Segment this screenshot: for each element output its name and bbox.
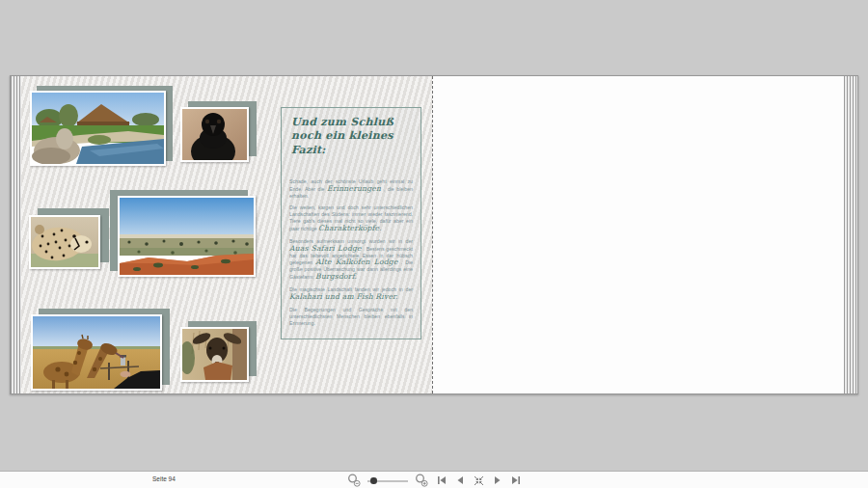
right-page[interactable]: [432, 76, 844, 393]
photo-frame[interactable]: [29, 215, 100, 269]
fit-to-window-button[interactable]: [472, 474, 486, 487]
photo-frame[interactable]: [118, 196, 256, 277]
paragraph: Schade, auch der schönste Urlaub geht ei…: [289, 178, 413, 200]
text-run-accent: Charakterköpfe.: [318, 224, 382, 232]
book-spread: Und zum Schluß noch ein kleines Fazit: S…: [10, 75, 858, 394]
previous-page-button[interactable]: [453, 474, 467, 486]
conclusion-text-box[interactable]: Und zum Schluß noch ein kleines Fazit: S…: [281, 107, 421, 339]
text-run: Die Begegnungen und Gespräche mit den un…: [289, 307, 413, 326]
lodge-garden-pond-image: [32, 93, 164, 164]
antelope-image: [182, 329, 247, 380]
last-page-button[interactable]: [509, 474, 523, 486]
next-page-button[interactable]: [491, 474, 504, 486]
first-page-button[interactable]: [435, 474, 448, 486]
zoom-in-button[interactable]: [413, 473, 430, 488]
giraffes-image: [33, 316, 160, 389]
next-page-icon: [493, 475, 502, 485]
paragraph: Die weiten, kargen und doch sehr untersc…: [289, 204, 413, 231]
photo-frame[interactable]: [30, 91, 166, 166]
zoom-out-icon: [347, 474, 361, 487]
text-box-title: Und zum Schluß noch ein kleines Fazit:: [291, 116, 413, 157]
previous-page-icon: [455, 475, 465, 485]
text-run-accent: Alte Kalköfen Lodge: [315, 258, 397, 266]
cheetah-image: [31, 217, 98, 267]
zoom-in-icon: [415, 474, 428, 487]
photo-frame[interactable]: [180, 107, 249, 162]
text-run-accent: Erinnerungen: [327, 184, 381, 193]
zoom-out-button[interactable]: [345, 473, 363, 488]
page-stack-right-edge: [844, 76, 857, 393]
zoom-slider-handle[interactable]: [370, 477, 377, 484]
view-toolbar: [339, 472, 529, 488]
text-run-accent: Auas Safari Lodge: [289, 244, 362, 253]
left-page[interactable]: Und zum Schluß noch ein kleines Fazit: S…: [21, 76, 432, 393]
first-page-icon: [437, 475, 447, 485]
photo-frame[interactable]: [31, 314, 162, 391]
photo-frame[interactable]: [180, 327, 249, 382]
zoom-slider[interactable]: [367, 475, 408, 485]
paragraph: Die Begegnungen und Gespräche mit den un…: [289, 307, 413, 327]
page-number-label: Seite 94: [152, 475, 176, 482]
text-run-accent: Burgsdorf.: [315, 272, 357, 281]
page-stack-left-edge: [11, 76, 21, 393]
status-bar: Seite 94: [0, 471, 868, 488]
fit-page-icon: [474, 475, 484, 486]
black-bird-image: [182, 109, 247, 160]
kalahari-landscape-image: [120, 198, 254, 275]
last-page-icon: [511, 475, 521, 485]
paragraph: Besonders aufmerksam umsorgt wurden wir …: [289, 238, 413, 281]
text-run-accent: Kalahari und am Fish River.: [289, 292, 398, 301]
paragraph: Die magischste Landschaft fanden wir jed…: [289, 286, 413, 301]
